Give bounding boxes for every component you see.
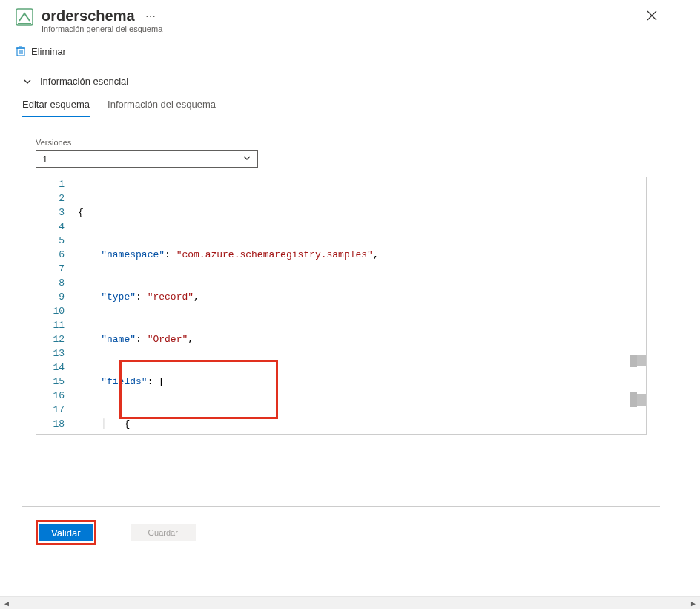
- delete-button[interactable]: Eliminar: [31, 46, 66, 57]
- tab-edit-schema[interactable]: Editar esquema: [22, 94, 90, 117]
- essentials-label: Información esencial: [40, 76, 128, 87]
- highlight-annotation: [119, 360, 278, 419]
- panel-header: orderschema ⋯ Información general del es…: [0, 0, 682, 39]
- horizontal-scrollbar[interactable]: ◄ ►: [0, 596, 700, 609]
- editor-code-area[interactable]: { "namespace": "com.azure.schemaregistry…: [73, 177, 646, 434]
- schema-code-editor[interactable]: 1 2 3 4 5 6 7 8 9 10 11 12 13 14 15 16 1…: [36, 177, 647, 435]
- scroll-right-icon[interactable]: ►: [688, 598, 699, 608]
- editor-gutter: 1 2 3 4 5 6 7 8 9 10 11 12 13 14 15 16 1…: [36, 177, 73, 434]
- footer-buttons: Validar Guardar: [0, 507, 682, 560]
- page-subtitle: Información general del esquema: [42, 24, 641, 33]
- editor-scrollbar[interactable]: [637, 177, 646, 434]
- editor-minimap[interactable]: [630, 392, 637, 407]
- tab-bar: Editar esquema Información del esquema: [0, 94, 682, 117]
- version-dropdown[interactable]: 1: [36, 150, 258, 168]
- title-block: orderschema ⋯ Información general del es…: [42, 7, 641, 33]
- schema-icon: [15, 7, 34, 27]
- versions-label: Versiones: [36, 138, 647, 147]
- version-selected-value: 1: [42, 154, 47, 165]
- chevron-down-icon: [242, 154, 251, 165]
- save-button: Guardar: [131, 524, 196, 541]
- svg-rect-0: [16, 9, 33, 25]
- chevron-down-icon: [22, 76, 33, 87]
- delete-icon: [15, 45, 27, 57]
- validate-button[interactable]: Validar: [39, 524, 93, 541]
- essentials-toggle[interactable]: Información esencial: [0, 65, 682, 94]
- close-button[interactable]: [641, 7, 663, 27]
- editor-minimap[interactable]: [630, 355, 637, 367]
- schema-overview-panel: orderschema ⋯ Información general del es…: [0, 0, 682, 592]
- tab-schema-info[interactable]: Información del esquema: [108, 94, 216, 117]
- scroll-left-icon[interactable]: ◄: [1, 598, 12, 608]
- page-title: orderschema: [42, 7, 135, 24]
- more-actions-button[interactable]: ⋯: [145, 10, 156, 22]
- versions-section: Versiones 1: [0, 117, 682, 168]
- command-bar: Eliminar: [0, 39, 682, 65]
- highlight-annotation: Validar: [36, 520, 96, 545]
